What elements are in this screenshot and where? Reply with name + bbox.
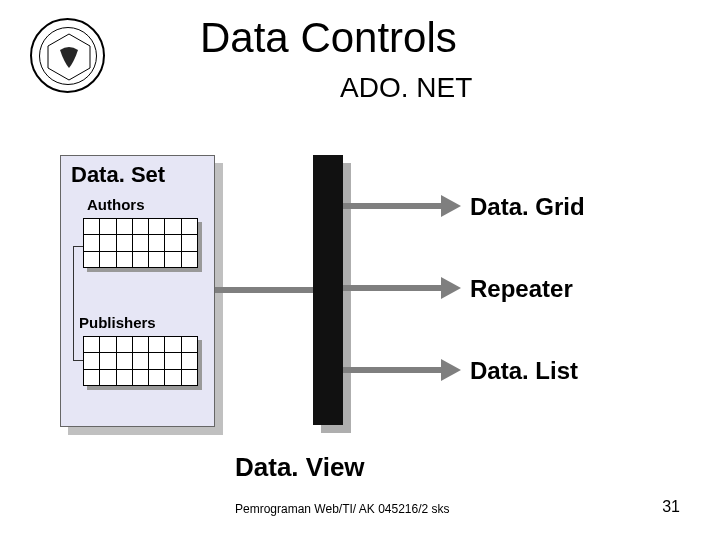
control-datalist: Data. List — [470, 357, 578, 385]
page-number: 31 — [662, 498, 680, 516]
relationship-line — [73, 246, 83, 361]
seal-icon — [39, 27, 97, 85]
slide-subtitle: ADO. NET — [340, 72, 472, 104]
dataset-title: Data. Set — [71, 162, 165, 188]
control-datagrid: Data. Grid — [470, 193, 585, 221]
arrow-to-datalist — [343, 365, 463, 375]
dataview-bar — [313, 155, 343, 425]
control-repeater: Repeater — [470, 275, 573, 303]
table-label-authors: Authors — [87, 196, 145, 213]
slide-title: Data Controls — [200, 14, 457, 62]
arrow-to-datagrid — [343, 201, 463, 211]
diagram-area: Data. Set Authors Publishers Data. Grid … — [60, 155, 660, 435]
dataview-label: Data. View — [235, 452, 365, 483]
table-grid-publishers — [83, 336, 198, 386]
table-grid-authors — [83, 218, 198, 268]
dataset-box: Data. Set Authors Publishers — [60, 155, 215, 427]
table-label-publishers: Publishers — [79, 314, 156, 331]
connector-dataset-to-bar — [215, 287, 313, 293]
arrow-to-repeater — [343, 283, 463, 293]
footer-course-info: Pemrograman Web/TI/ AK 045216/2 sks — [235, 502, 450, 516]
university-logo — [30, 18, 105, 93]
